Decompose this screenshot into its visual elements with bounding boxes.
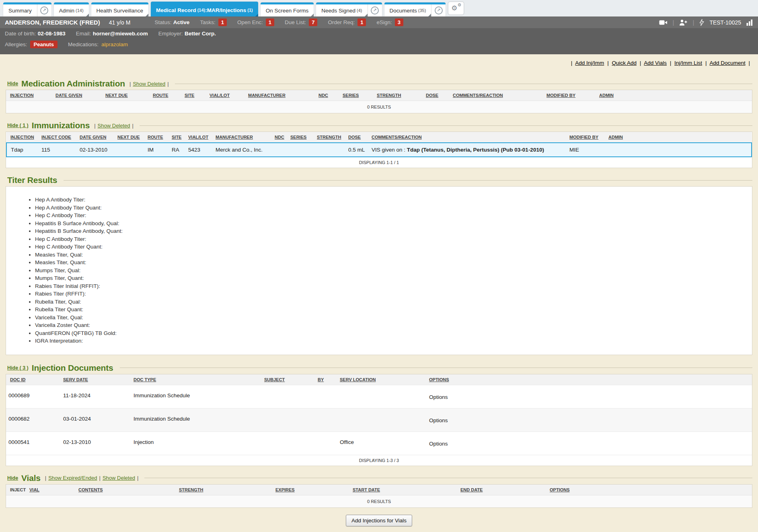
due-list-count-badge[interactable]: 7 [309,18,317,26]
immunizations-column-header[interactable]: STRENGTH [314,132,346,143]
med-admin-column-header[interactable]: STRENGTH [374,90,423,101]
inj-docs-hide-link[interactable]: Hide ( 3 ) [7,365,29,371]
immunizations-hide-link[interactable]: Hide ( 1 ) [7,123,29,128]
gear-icon-small: ⚙ [457,3,461,7]
immunizations-column-header[interactable]: MODIFIED BY [567,132,606,143]
vials-column-header[interactable]: START DATE [350,485,458,495]
patient-age-sex: 41 y/o M [109,19,131,26]
esign-count-badge[interactable]: 3 [395,18,403,26]
tab-needs-signed-label: Needs Signed [321,8,355,14]
vials-column-header[interactable]: VIAL [27,485,76,495]
vials-hide-link[interactable]: Hide [7,475,18,481]
tab-admin[interactable]: Admin(14) [54,2,89,16]
add-person-icon[interactable] [679,19,687,26]
open-enc-count-badge[interactable]: 1 [266,18,274,26]
med-admin-column-header[interactable]: ADMIN [597,90,752,101]
med-admin-show-deleted-link[interactable]: Show Deleted [133,81,165,87]
immunization-row-tdap[interactable]: Tdap 115 02-13-2010 IM RA 5423 Merck and… [6,143,752,157]
tab-documents-popout-button[interactable]: ↗ [431,4,446,16]
vials-column-header[interactable]: CONTENTS [76,485,177,495]
video-camera-icon[interactable] [659,20,668,25]
immunizations-column-header[interactable]: INJECTION [6,132,39,143]
options-link[interactable]: Options [429,394,448,400]
inj-docs-column-header[interactable]: DOC ID [6,374,61,385]
med-admin-column-header[interactable]: MODIFIED BY [544,90,597,101]
options-link[interactable]: Options [429,417,448,423]
injection-document-row[interactable]: 0000541 02-13-2010 Injection Office Opti… [6,431,752,455]
med-admin-column-header[interactable]: SITE [182,90,207,101]
vials-empty-results: 0 RESULTS [6,495,752,507]
med-admin-column-header[interactable]: VIAL/LOT [207,90,246,101]
vials-table: INJECTVIALCONTENTSSTRENGTHEXPIRESSTART D… [6,485,752,507]
titer-result-item: Hep C Antibody Titer: [35,235,752,243]
immunizations-column-header[interactable]: SERIES [288,132,314,143]
tab-summary-popout-button[interactable]: ↗ [37,4,51,16]
med-admin-column-header[interactable]: ROUTE [150,90,182,101]
allergy-badge[interactable]: Peanuts [30,41,58,48]
add-vials-link[interactable]: Add Vials [644,60,667,66]
lightning-bolt-icon[interactable] [699,19,704,26]
immunizations-column-header[interactable]: DOSE [346,132,369,143]
vials-show-deleted-link[interactable]: Show Deleted [103,475,135,481]
order-req-count-badge[interactable]: 1 [357,18,366,26]
immunizations-column-header[interactable]: SITE [169,132,186,143]
immunizations-column-header[interactable]: VIAL/LOT [186,132,213,143]
med-admin-column-header[interactable]: NDC [316,90,340,101]
med-admin-column-header[interactable]: DOSE [423,90,450,101]
vials-column-header[interactable]: EXPIRES [273,485,350,495]
med-admin-column-header[interactable]: SERIES [340,90,374,101]
cell-inject-code: 115 [39,143,77,157]
immunizations-column-header[interactable]: INJECT CODE [39,132,77,143]
immunizations-column-header[interactable]: NDC [272,132,288,143]
add-inj-imm-link[interactable]: Add Inj/Imm [575,60,604,66]
inj-docs-column-header[interactable]: SUBJECT [262,374,315,385]
tasks-count-badge[interactable]: 1 [218,18,227,26]
cell-serv-date: 03-01-2024 [61,408,131,431]
quick-add-link[interactable]: Quick Add [612,60,637,66]
vials-column-header[interactable]: INJECT [6,485,27,495]
options-link[interactable]: Options [429,441,448,447]
inj-docs-column-header[interactable]: BY [315,374,337,385]
immunizations-show-deleted-link[interactable]: Show Deleted [98,123,130,129]
add-injections-for-vials-button[interactable]: Add Injections for Vials [346,515,412,526]
immunizations-column-header[interactable]: ROUTE [145,132,169,143]
immunizations-column-header[interactable]: NEXT DUE [115,132,145,143]
med-admin-table: INJECTIONDATE GIVENNEXT DUEROUTESITEVIAL… [6,90,752,113]
vials-column-header[interactable]: END DATE [458,485,547,495]
med-admin-hide-link[interactable]: Hide [7,81,18,86]
tab-summary[interactable]: Summary ↗ [3,2,51,16]
titer-result-item: Hep A Antibody Titer: [35,196,752,204]
med-admin-column-header[interactable]: INJECTION [6,90,53,101]
tab-needs-signed-popout-button[interactable]: ↗ [368,4,382,16]
immunizations-column-header[interactable]: COMMENTS/REACTION [369,132,567,143]
injection-document-row[interactable]: 0000689 11-18-2024 Immunization Schedule… [6,385,752,408]
inj-docs-column-header[interactable]: OPTIONS [427,374,752,385]
inj-docs-column-header[interactable]: DOC TYPE [131,374,262,385]
inj-docs-column-header[interactable]: SERV LOCATION [337,374,427,385]
cell-doc-type: Injection [131,431,262,455]
tab-documents[interactable]: Documents(35) ↗ [384,2,446,16]
vials-column-header[interactable]: OPTIONS [547,485,752,495]
immunizations-column-header[interactable]: DATE GIVEN [77,132,115,143]
immunizations-column-header[interactable]: ADMIN [606,132,752,143]
settings-gear-button[interactable]: ⚙ ⚙ [448,2,464,15]
tab-health-surveillance[interactable]: Health Surveillance [91,2,148,16]
esign-label: eSign: [376,19,392,25]
vials-show-expired-link[interactable]: Show Expired/Ended [48,475,97,481]
bar-chart-icon[interactable] [746,19,753,26]
med-admin-column-header[interactable]: DATE GIVEN [53,90,103,101]
tab-on-screen-forms-label: On Screen Forms [266,8,309,14]
titer-result-item: Hepatitis B Surface Antibody, Quant: [35,227,752,235]
med-admin-column-header[interactable]: COMMENTS/REACTION [450,90,544,101]
vials-column-header[interactable]: STRENGTH [177,485,273,495]
tab-needs-signed[interactable]: Needs Signed(4) ↗ [316,2,382,16]
med-admin-column-header[interactable]: MANUFACTURER [246,90,316,101]
immunizations-column-header[interactable]: MANUFACTURER [213,132,272,143]
med-admin-column-header[interactable]: NEXT DUE [103,90,150,101]
injection-document-row[interactable]: 0000682 03-01-2024 Immunization Schedule… [6,408,752,431]
add-document-link[interactable]: Add Document [709,60,745,66]
inj-docs-column-header[interactable]: SERV DATE [61,374,131,385]
tab-medical-record[interactable]: Medical Record (14) :MAR/Injections (1) [151,2,258,16]
inj-imm-list-link[interactable]: Inj/Imm List [674,60,702,66]
tab-on-screen-forms[interactable]: On Screen Forms [261,2,314,16]
